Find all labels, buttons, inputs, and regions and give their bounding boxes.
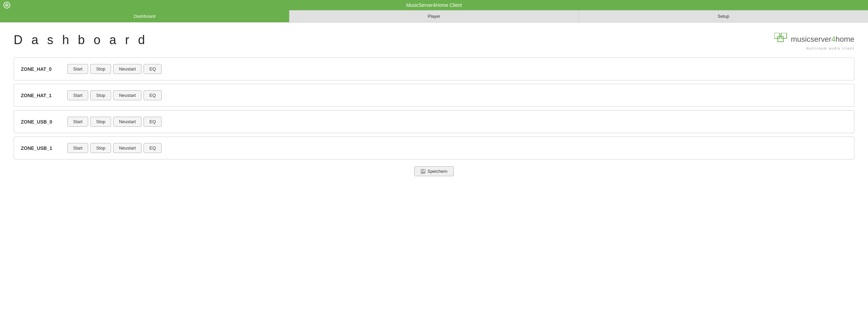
neustart-button-hat1[interactable]: Neustart: [113, 90, 141, 100]
save-label: Speichern: [428, 169, 448, 174]
neustart-button-usb0[interactable]: Neustart: [113, 117, 141, 127]
stop-button-usb1[interactable]: Stop: [90, 143, 111, 153]
stop-button-hat0[interactable]: Stop: [90, 64, 111, 74]
zone-buttons-usb0: Start Stop Neustart EQ: [67, 117, 162, 127]
svg-rect-7: [422, 169, 424, 171]
zone-buttons-hat1: Start Stop Neustart EQ: [67, 90, 162, 100]
title-bar: MusicServer4Home Client: [0, 0, 868, 10]
start-button-hat1[interactable]: Start: [67, 90, 88, 100]
logo-text: musicserver4home: [791, 35, 854, 44]
tab-setup[interactable]: Setup: [579, 10, 868, 22]
eq-button-usb0[interactable]: EQ: [144, 117, 162, 127]
eq-button-usb1[interactable]: EQ: [144, 143, 162, 153]
zone-card-hat1: ZONE_HAT_1 Start Stop Neustart EQ: [14, 84, 854, 107]
save-icon: [421, 169, 425, 174]
save-container: Speichern: [14, 166, 854, 176]
logo-container: musicserver4home multiroom audio client: [774, 33, 854, 50]
svg-rect-8: [421, 171, 425, 173]
stop-button-hat1[interactable]: Stop: [90, 90, 111, 100]
logo-subtitle: multiroom audio client: [774, 47, 854, 50]
neustart-button-hat0[interactable]: Neustart: [113, 64, 141, 74]
start-button-hat0[interactable]: Start: [67, 64, 88, 74]
zone-card-hat0: ZONE_HAT_0 Start Stop Neustart EQ: [14, 57, 854, 80]
zone-name-usb1: ZONE_USB_1: [21, 145, 62, 151]
stop-button-usb0[interactable]: Stop: [90, 117, 111, 127]
start-button-usb0[interactable]: Start: [67, 117, 88, 127]
tab-dashboard[interactable]: Dashboard: [0, 10, 289, 22]
svg-rect-3: [774, 33, 780, 38]
app-icon: [3, 2, 10, 9]
zone-card-usb1: ZONE_USB_1 Start Stop Neustart EQ: [14, 137, 854, 159]
zone-buttons-hat0: Start Stop Neustart EQ: [67, 64, 162, 74]
zone-name-usb0: ZONE_USB_0: [21, 119, 62, 125]
zone-buttons-usb1: Start Stop Neustart EQ: [67, 143, 162, 153]
eq-button-hat1[interactable]: EQ: [144, 90, 162, 100]
zones-container: ZONE_HAT_0 Start Stop Neustart EQ ZONE_H…: [14, 57, 854, 159]
main-content: musicserver4home multiroom audio client …: [0, 23, 868, 334]
start-button-usb1[interactable]: Start: [67, 143, 88, 153]
neustart-button-usb1[interactable]: Neustart: [113, 143, 141, 153]
app-title: MusicServer4Home Client: [406, 2, 462, 8]
zone-name-hat0: ZONE_HAT_0: [21, 66, 62, 72]
logo-icon: [774, 33, 788, 46]
zone-card-usb0: ZONE_USB_0 Start Stop Neustart EQ: [14, 110, 854, 133]
zone-name-hat1: ZONE_HAT_1: [21, 93, 62, 98]
tab-player[interactable]: Player: [289, 10, 579, 22]
svg-rect-4: [778, 36, 783, 42]
eq-button-hat0[interactable]: EQ: [144, 64, 162, 74]
svg-rect-5: [781, 33, 787, 38]
page-title: D a s h b o a r d: [14, 33, 854, 47]
save-button[interactable]: Speichern: [414, 166, 454, 176]
nav-tabs: Dashboard Player Setup: [0, 10, 868, 23]
